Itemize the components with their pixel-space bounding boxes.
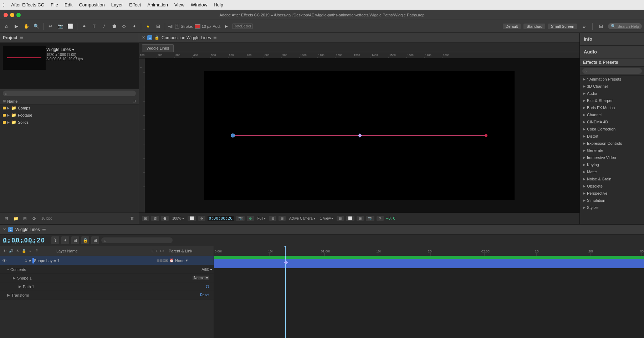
effects-item-immersive[interactable]: ▶ Immersive Video xyxy=(580,154,644,161)
effects-item-boris[interactable]: ▶ Boris FX Mocha xyxy=(580,104,644,111)
effects-item-stylize[interactable]: ▶ Stylize xyxy=(580,204,644,211)
timeline-menu-icon[interactable]: ☰ xyxy=(42,227,46,232)
stroke-size[interactable]: 10 px xyxy=(202,24,211,29)
comp-settings-icon[interactable]: 🖥 xyxy=(151,216,159,221)
channel-icon[interactable]: ⊞ xyxy=(278,216,286,221)
effects-item-matte[interactable]: ▶ Matte xyxy=(580,168,644,175)
rotobezier-toggle[interactable]: RotoBezier xyxy=(232,24,252,29)
effects-item-perspective[interactable]: ▶ Perspective xyxy=(580,190,644,197)
menu-window[interactable]: Window xyxy=(188,1,210,8)
effects-item-animation-presets[interactable]: ▶ * Animation Presets xyxy=(580,76,644,83)
effects-item-expression[interactable]: ▶ Expression Controls xyxy=(580,140,644,147)
grid-icon[interactable]: ⊞ xyxy=(154,22,162,31)
effects-item-audio[interactable]: ▶ Audio xyxy=(580,90,644,97)
star-icon[interactable]: ★ xyxy=(144,22,152,31)
options-icon[interactable]: ⊞ xyxy=(597,22,605,31)
path1-expand-arrow[interactable]: ▶ xyxy=(19,285,21,288)
shape1-expand-arrow[interactable]: ▶ xyxy=(13,276,16,280)
new-comp-icon[interactable]: ⊞ xyxy=(21,215,29,222)
workspace-default[interactable]: Default xyxy=(503,24,521,29)
solo-button[interactable]: ⊟ xyxy=(71,236,79,244)
mask-view-icon[interactable]: ⬟ xyxy=(161,216,169,221)
comp-close-button[interactable]: ✕ xyxy=(142,35,145,40)
delete-icon[interactable]: 🗑 xyxy=(129,215,136,222)
undo-button[interactable]: ↩ xyxy=(46,22,55,31)
effects-item-noise[interactable]: ▶ Noise & Grain xyxy=(580,175,644,183)
tree-item-solids[interactable]: ▶ 📁 Solids xyxy=(0,119,139,126)
camera-icon[interactable]: 📷 xyxy=(236,216,245,221)
layer-parent-dropdown[interactable]: ⏰ None ▾ xyxy=(169,258,212,263)
menu-file[interactable]: File xyxy=(48,1,61,8)
workspace-small-screen[interactable]: Small Screen xyxy=(548,24,577,29)
transform-reset-button[interactable]: Reset xyxy=(200,293,209,297)
views-dropdown[interactable]: 1 View ▾ xyxy=(319,216,335,221)
transform-expand-arrow[interactable]: ▶ xyxy=(7,293,10,297)
tree-item-footage[interactable]: ▶ 📁 Footage xyxy=(0,112,139,119)
effects-item-distort[interactable]: ▶ Distort xyxy=(580,133,644,140)
minimize-window-button[interactable] xyxy=(10,13,14,17)
timeline-close-button[interactable]: ✕ xyxy=(3,227,6,232)
effects-item-obsolete[interactable]: ▶ Obsolete xyxy=(580,183,644,190)
menu-view[interactable]: View xyxy=(172,1,187,8)
pen-tool[interactable]: ✒ xyxy=(80,22,88,31)
audio-tab[interactable]: Audio xyxy=(580,46,644,58)
mask-tool[interactable]: ⬜ xyxy=(66,22,75,31)
effects-item-channel[interactable]: ▶ Channel xyxy=(580,111,644,118)
region-icon[interactable]: ✜ xyxy=(198,216,205,221)
puppet-tool[interactable]: ✦ xyxy=(130,22,138,31)
project-search-input[interactable] xyxy=(3,91,136,96)
menu-layer[interactable]: Layer xyxy=(108,1,126,8)
stroke-color-box[interactable] xyxy=(195,24,200,29)
snap-to-grid-icon[interactable]: ⊞ xyxy=(142,216,149,221)
eraser-tool[interactable]: ◇ xyxy=(120,22,128,31)
interpret-footage-icon[interactable]: ⊟ xyxy=(3,215,10,222)
menu-edit[interactable]: Edit xyxy=(62,1,75,8)
effects-item-3dchannel[interactable]: ▶ 3D Channel xyxy=(580,83,644,90)
snapshot-icon[interactable]: 📷 xyxy=(366,216,374,221)
effects-item-simulation[interactable]: ▶ Simulation xyxy=(580,197,644,204)
stamp-tool[interactable]: ⬟ xyxy=(110,22,118,31)
resolution-dropdown[interactable]: Full ▾ xyxy=(256,216,267,221)
camera-tool[interactable]: 📷 xyxy=(56,22,65,31)
menu-help[interactable]: Help xyxy=(211,1,226,8)
menu-after-effects[interactable]: After Effects CC xyxy=(8,1,47,8)
camera-dropdown[interactable]: Active Camera ▾ xyxy=(288,216,317,221)
transparency-grid-icon[interactable]: ⊟ xyxy=(269,216,276,221)
effects-item-cinema4d[interactable]: ▶ CINEMA 4D xyxy=(580,118,644,126)
brush-tool[interactable]: / xyxy=(100,22,108,31)
menu-animation[interactable]: Animation xyxy=(144,1,171,8)
workspace-more[interactable]: » xyxy=(580,22,588,31)
maximize-window-button[interactable] xyxy=(16,13,21,17)
sync-icon[interactable]: ⟳ xyxy=(377,216,384,221)
shape-layer-name[interactable]: Shape Layer 1 xyxy=(34,258,60,263)
apple-logo[interactable]:  xyxy=(3,2,5,8)
layer-visibility-toggle[interactable]: 👁 xyxy=(1,258,7,263)
layer-switch-button[interactable]: ✦ xyxy=(61,236,69,244)
workspace-standard[interactable]: Standard xyxy=(523,24,545,29)
text-tool[interactable]: T xyxy=(90,22,98,31)
shape1-mode-dropdown[interactable]: Normal ▾ xyxy=(193,276,209,280)
footage-expand-arrow[interactable]: ▶ xyxy=(7,113,10,117)
layer-row-path1[interactable]: ▶ Path 1 ⤴⤵ xyxy=(0,282,214,291)
effects-item-generate[interactable]: ▶ Generate xyxy=(580,147,644,154)
layer-row-contents[interactable]: ▾ Contents Add: ● xyxy=(0,265,214,274)
labels-button[interactable]: ⊞ xyxy=(91,236,99,244)
magnify-tool[interactable]: 🔍 xyxy=(32,22,41,31)
project-menu-icon[interactable]: ☰ xyxy=(20,35,23,40)
menu-composition[interactable]: Composition xyxy=(76,1,107,8)
effects-item-keying[interactable]: ▶ Keying xyxy=(580,161,644,168)
layer-row-shape1[interactable]: 👁 1 ★ Shape Layer 1 ⊞⊟⊡⊠ ⏰ None xyxy=(0,256,214,265)
info-tab[interactable]: Info xyxy=(580,33,644,46)
home-button[interactable]: ⌂ xyxy=(2,22,11,31)
solids-expand-arrow[interactable]: ▶ xyxy=(7,121,10,124)
hand-tool[interactable]: ✋ xyxy=(22,22,31,31)
lock-toggle-button[interactable]: 🔒 xyxy=(81,236,89,244)
flow-icon[interactable]: ⟳ xyxy=(31,215,38,222)
stereo-icon[interactable]: ⊞ xyxy=(357,216,364,221)
wiggle-lines-tab[interactable]: Wiggle Lines xyxy=(142,44,174,52)
search-bar[interactable]: 🔍 Search Help xyxy=(608,23,642,29)
ripple-insert-button[interactable]: ⤵ xyxy=(51,236,59,244)
fit-to-frame-icon[interactable]: ⬜ xyxy=(188,216,196,221)
comp-options-icon[interactable]: ⬜ xyxy=(346,216,354,221)
zoom-dropdown[interactable]: 100% ▾ xyxy=(171,216,185,221)
